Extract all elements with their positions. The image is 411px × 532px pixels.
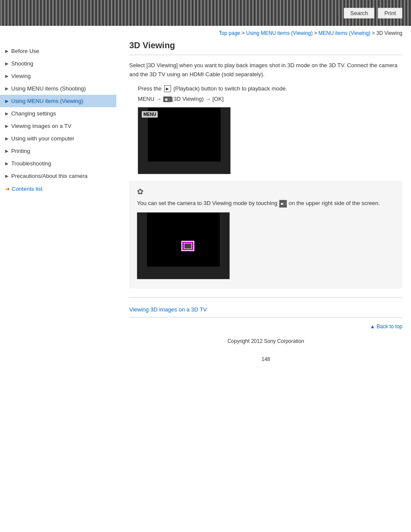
arrow-icon: ▶ bbox=[5, 49, 9, 53]
arrow-icon: ▶ bbox=[5, 61, 9, 66]
contents-link-text[interactable]: Contents list bbox=[12, 186, 43, 192]
breadcrumb-current: 3D Viewing bbox=[377, 30, 402, 36]
page-header: Search Print bbox=[0, 0, 411, 26]
related-link[interactable]: Viewing 3D images on a 3D TV bbox=[129, 306, 207, 313]
arrow-icon: ▶ bbox=[5, 86, 9, 91]
sidebar: ▶ Before Use ▶ Shooting ▶ Viewing ▶ Usin… bbox=[0, 40, 116, 375]
touch-icon: ■□ bbox=[279, 200, 287, 208]
sidebar-item-precautions[interactable]: ▶ Precautions/About this camera bbox=[0, 170, 116, 182]
camera2-bottom-bar bbox=[147, 267, 220, 279]
arrow-icon: ▶ bbox=[5, 124, 9, 128]
arrow-icon: ▶ bbox=[5, 161, 9, 166]
3d-icon-inner bbox=[184, 243, 192, 249]
contents-list-link[interactable]: ➔ Contents list bbox=[0, 182, 116, 196]
camera-right-bar bbox=[221, 108, 230, 174]
back-to-top[interactable]: ▲ Back to top bbox=[129, 324, 402, 330]
sidebar-item-using-menu-shooting[interactable]: ▶ Using MENU items (Shooting) bbox=[0, 82, 116, 95]
sidebar-item-printing[interactable]: ▶ Printing bbox=[0, 145, 116, 157]
3d-icon-overlay bbox=[181, 241, 194, 251]
breadcrumb: Top page > Using MENU items (Viewing) > … bbox=[0, 26, 411, 40]
menu-label: MENU bbox=[142, 111, 158, 118]
intro-text: Select [3D Viewing] when you want to pla… bbox=[129, 61, 402, 79]
arrow-icon: ▶ bbox=[5, 99, 9, 103]
camera-screen bbox=[148, 108, 221, 162]
page-number: 148 bbox=[129, 348, 402, 367]
main-layout: ▶ Before Use ▶ Shooting ▶ Viewing ▶ Usin… bbox=[0, 40, 411, 375]
arrow-icon: ▶ bbox=[5, 149, 9, 153]
step2-text: MENU → ■□(3D Viewing) → [OK] bbox=[138, 96, 402, 102]
3d-viewing-icon: ■□ bbox=[163, 96, 172, 102]
page-title: 3D Viewing bbox=[129, 40, 402, 55]
arrow-icon: ▶ bbox=[5, 136, 9, 141]
arrow-icon: ▶ bbox=[5, 74, 9, 78]
camera2-screen bbox=[147, 213, 220, 267]
camera2-left-bar bbox=[137, 213, 147, 279]
tip-text: You can set the camera to 3D Viewing mod… bbox=[137, 199, 395, 208]
tip-icon: ✿ bbox=[137, 187, 395, 196]
footer-area: ▲ Back to top bbox=[129, 317, 402, 335]
copyright: Copyright 2012 Sony Corporation bbox=[129, 335, 402, 348]
sidebar-item-using-computer[interactable]: ▶ Using with your computer bbox=[0, 132, 116, 145]
triangle-icon: ▲ bbox=[370, 324, 375, 330]
arrow-icon: ▶ bbox=[5, 111, 9, 116]
camera2-right-bar bbox=[220, 213, 229, 279]
arrow-icon: ▶ bbox=[5, 174, 9, 178]
sidebar-item-using-menu-viewing[interactable]: ▶ Using MENU items (Viewing) bbox=[0, 95, 116, 107]
sidebar-item-troubleshooting[interactable]: ▶ Troubleshooting bbox=[0, 157, 116, 170]
arrow-right-icon: ➔ bbox=[5, 186, 10, 192]
content-divider bbox=[129, 297, 402, 298]
sidebar-item-shooting[interactable]: ▶ Shooting bbox=[0, 57, 116, 70]
search-button[interactable]: Search bbox=[344, 8, 374, 19]
sidebar-item-before-use[interactable]: ▶ Before Use bbox=[0, 45, 116, 57]
main-content: 3D Viewing Select [3D Viewing] when you … bbox=[116, 40, 411, 375]
breadcrumb-top-page[interactable]: Top page bbox=[219, 30, 240, 36]
camera-image-1: MENU bbox=[138, 107, 230, 174]
camera-bottom-bar bbox=[148, 162, 221, 174]
tip-box: ✿ You can set the camera to 3D Viewing m… bbox=[129, 181, 402, 289]
print-button[interactable]: Print bbox=[378, 8, 402, 19]
step1-text: Press the (Playback) button to switch to… bbox=[138, 84, 402, 93]
sidebar-item-changing-settings[interactable]: ▶ Changing settings bbox=[0, 107, 116, 120]
back-to-top-link[interactable]: Back to top bbox=[377, 324, 402, 330]
sidebar-item-viewing-images-tv[interactable]: ▶ Viewing images on a TV bbox=[0, 120, 116, 132]
sidebar-item-viewing[interactable]: ▶ Viewing bbox=[0, 70, 116, 82]
breadcrumb-menu-items-viewing[interactable]: MENU items (Viewing) bbox=[318, 30, 370, 36]
breadcrumb-using-menu-viewing[interactable]: Using MENU items (Viewing) bbox=[246, 30, 312, 36]
playback-icon bbox=[164, 85, 171, 92]
camera-image-2 bbox=[137, 212, 230, 279]
